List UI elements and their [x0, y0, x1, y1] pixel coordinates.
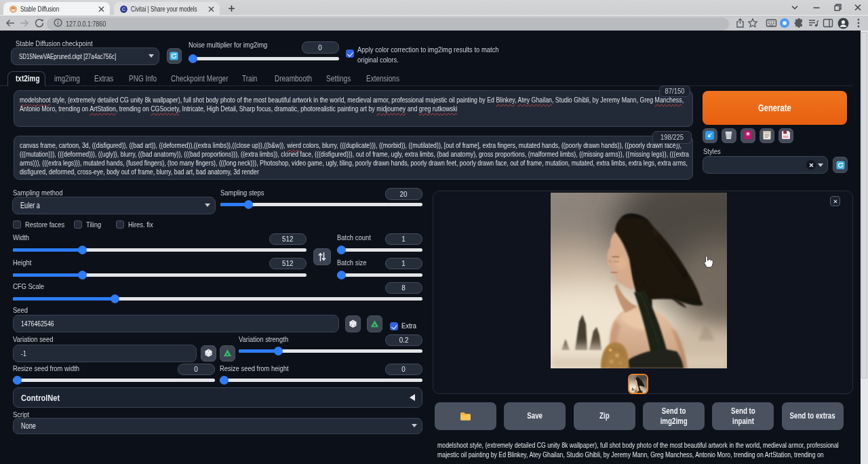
- svg-text:C: C: [122, 6, 126, 12]
